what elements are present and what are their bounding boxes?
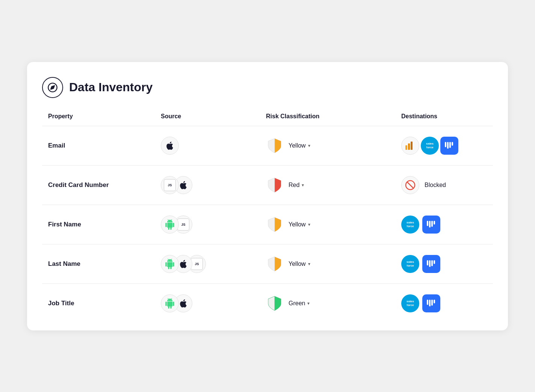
svg-rect-21 xyxy=(429,300,431,306)
property-jobtitle: Job Title xyxy=(48,300,161,307)
risk-label-jobtitle[interactable]: Green ▾ xyxy=(289,300,310,307)
svg-rect-15 xyxy=(434,221,435,225)
table-row: Last Name JS Yellow xyxy=(42,244,493,283)
col-risk: Risk Classification xyxy=(266,113,401,120)
android-source-icon xyxy=(161,294,179,312)
table-row: Credit Card Number JS Red ▾ xyxy=(42,165,493,205)
dest-cell-jobtitle: salesforce xyxy=(401,294,487,312)
salesforce-dest-icon: salesforce xyxy=(401,255,419,273)
chevron-icon: ▾ xyxy=(308,261,310,267)
svg-rect-16 xyxy=(427,260,428,265)
risk-label-email[interactable]: Yellow ▾ xyxy=(289,142,310,149)
android-source-icon xyxy=(161,216,179,234)
table-row: Email Yellow xyxy=(42,126,493,165)
property-lastname: Last Name xyxy=(48,260,161,268)
svg-marker-1 xyxy=(51,86,54,89)
risk-label-ccn[interactable]: Red ▾ xyxy=(289,182,304,188)
risk-label-lastname[interactable]: Yellow ▾ xyxy=(289,261,310,267)
risk-cell-ccn: Red ▾ xyxy=(266,176,401,194)
svg-rect-17 xyxy=(429,260,431,267)
chevron-icon: ▾ xyxy=(308,143,310,148)
table-row: First Name JS Yellow ▾ xyxy=(42,205,493,244)
page-title: Data Inventory xyxy=(69,80,153,94)
col-property: Property xyxy=(48,113,161,120)
source-cell-ccn: JS xyxy=(161,176,266,194)
intercom-dest-icon xyxy=(440,137,458,155)
dest-cell-lastname: salesforce xyxy=(401,255,487,273)
svg-rect-12 xyxy=(427,221,428,226)
chevron-icon: ▾ xyxy=(307,301,310,306)
chevron-icon: ▾ xyxy=(308,222,310,227)
blocked-label: Blocked xyxy=(425,182,446,188)
col-destinations: Destinations xyxy=(401,113,487,120)
risk-cell-firstname: Yellow ▾ xyxy=(266,216,401,233)
data-inventory-card: Data Inventory Property Source Risk Clas… xyxy=(27,62,508,330)
page-header: Data Inventory xyxy=(42,77,493,98)
dest-cell-ccn: Blocked xyxy=(401,176,487,194)
amplitude-dest-icon xyxy=(401,137,419,155)
svg-rect-23 xyxy=(434,300,435,303)
intercom-dest-icon xyxy=(422,255,440,273)
svg-rect-19 xyxy=(434,260,435,264)
svg-rect-18 xyxy=(431,260,433,266)
svg-rect-20 xyxy=(427,300,428,305)
blocked-container: Blocked xyxy=(401,176,446,194)
source-cell-email xyxy=(161,137,266,155)
svg-rect-13 xyxy=(429,221,431,228)
svg-rect-9 xyxy=(452,142,453,146)
data-table: Property Source Risk Classification Dest… xyxy=(42,113,493,323)
svg-rect-22 xyxy=(431,300,433,306)
dest-cell-email: salesforce xyxy=(401,137,487,155)
salesforce-dest-icon: salesforce xyxy=(401,216,419,234)
risk-cell-email: Yellow ▾ xyxy=(266,137,401,154)
svg-rect-4 xyxy=(408,143,410,150)
dest-cell-firstname: salesforce xyxy=(401,216,487,234)
blocked-icon xyxy=(401,176,419,194)
intercom-dest-icon xyxy=(422,294,440,312)
android-source-icon xyxy=(161,255,179,273)
risk-label-firstname[interactable]: Yellow ▾ xyxy=(289,221,310,228)
svg-rect-5 xyxy=(411,142,413,150)
svg-rect-3 xyxy=(405,145,407,150)
source-cell-jobtitle xyxy=(161,294,266,312)
salesforce-dest-icon: salesforce xyxy=(421,137,439,155)
svg-rect-8 xyxy=(449,142,451,148)
source-cell-firstname: JS xyxy=(161,216,266,234)
svg-rect-7 xyxy=(447,142,449,149)
source-cell-lastname: JS xyxy=(161,255,266,273)
table-row: Job Title Green ▾ sal xyxy=(42,283,493,323)
risk-cell-lastname: Yellow ▾ xyxy=(266,255,401,273)
apple-source-icon xyxy=(161,137,179,155)
svg-rect-6 xyxy=(445,142,446,147)
property-email: Email xyxy=(48,142,161,149)
js-source-icon: JS xyxy=(161,176,179,194)
intercom-dest-icon xyxy=(422,216,440,234)
property-ccn: Credit Card Number xyxy=(48,181,161,189)
svg-line-11 xyxy=(407,182,414,188)
compass-icon xyxy=(42,77,63,98)
svg-rect-14 xyxy=(431,221,433,227)
table-header: Property Source Risk Classification Dest… xyxy=(42,113,493,126)
chevron-icon: ▾ xyxy=(302,182,304,188)
col-source: Source xyxy=(161,113,266,120)
risk-cell-jobtitle: Green ▾ xyxy=(266,295,401,312)
salesforce-dest-icon: salesforce xyxy=(401,294,419,312)
property-firstname: First Name xyxy=(48,221,161,228)
